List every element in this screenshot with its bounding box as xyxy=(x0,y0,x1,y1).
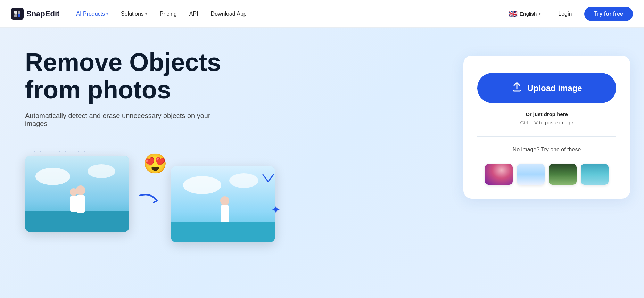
sample-thumbnails xyxy=(485,164,609,185)
logo-name: SnapEdit xyxy=(26,9,59,18)
svg-point-6 xyxy=(88,164,115,178)
svg-point-8 xyxy=(76,185,85,195)
svg-rect-10 xyxy=(76,195,85,213)
try-for-free-button[interactable]: Try for free xyxy=(584,7,633,21)
svg-line-18 xyxy=(263,175,268,182)
nav-item-download[interactable]: Download App xyxy=(205,8,252,20)
svg-rect-15 xyxy=(171,222,275,242)
sample-area: 😍 xyxy=(25,149,433,242)
nav-item-pricing[interactable]: Pricing xyxy=(154,8,182,20)
after-image xyxy=(171,166,275,242)
nav-item-ai-products[interactable]: AI Products ▾ xyxy=(71,8,114,20)
svg-point-14 xyxy=(229,173,258,188)
sample-thumb-4[interactable] xyxy=(581,164,609,185)
svg-rect-3 xyxy=(18,14,20,17)
nav-item-solutions[interactable]: Solutions ▾ xyxy=(115,8,153,20)
emoji-decoration: 😍 xyxy=(143,152,167,175)
divider xyxy=(477,136,616,137)
sample-thumb-3[interactable] xyxy=(549,164,577,185)
hero-title: Remove Objects from photos xyxy=(25,49,433,104)
svg-rect-17 xyxy=(221,205,229,222)
svg-rect-11 xyxy=(70,196,77,212)
sample-thumb-2[interactable] xyxy=(517,164,545,185)
language-label: English xyxy=(520,11,537,17)
chevron-down-icon: ▾ xyxy=(106,11,108,16)
logo-area[interactable]: SnapEdit xyxy=(11,8,59,20)
upload-label: Upload image xyxy=(527,83,582,93)
svg-rect-0 xyxy=(14,11,17,14)
upload-icon xyxy=(511,81,522,95)
drop-hint: Or just drop here Ctrl + V to paste imag… xyxy=(520,110,573,127)
svg-line-19 xyxy=(268,175,273,182)
nav-links: AI Products ▾ Solutions ▾ Pricing API Do… xyxy=(71,8,504,20)
nav-right: 🇬🇧 English ▾ Login Try for free xyxy=(504,7,633,21)
samples-label: No image? Try one of these xyxy=(513,147,581,153)
svg-point-9 xyxy=(70,188,77,196)
svg-point-16 xyxy=(220,196,229,205)
hero-title-underlined: from photos xyxy=(25,76,171,104)
hero-right: Upload image Or just drop here Ctrl + V … xyxy=(449,28,644,298)
hero-left: Remove Objects from photos Automatically… xyxy=(0,28,449,298)
language-selector[interactable]: 🇬🇧 English ▾ xyxy=(504,7,546,21)
sample-images: 😍 xyxy=(25,156,433,242)
arrow-decoration xyxy=(136,189,164,209)
upload-card: Upload image Or just drop here Ctrl + V … xyxy=(463,56,630,199)
svg-point-13 xyxy=(183,176,221,194)
sample-thumb-1[interactable] xyxy=(485,164,513,185)
sparkle-decoration-2: ✦ xyxy=(272,204,280,216)
svg-rect-7 xyxy=(25,211,129,232)
nav-item-api[interactable]: API xyxy=(184,8,204,20)
before-image xyxy=(25,156,129,232)
hero-subtitle: Automatically detect and erase unnecessa… xyxy=(25,112,220,128)
navbar: SnapEdit AI Products ▾ Solutions ▾ Prici… xyxy=(0,0,644,28)
chevron-down-icon: ▾ xyxy=(145,11,147,16)
login-button[interactable]: Login xyxy=(551,8,579,20)
sparkle-decoration-1 xyxy=(261,173,275,188)
svg-rect-2 xyxy=(14,14,17,17)
upload-button[interactable]: Upload image xyxy=(477,73,616,103)
svg-point-5 xyxy=(35,168,70,185)
flag-icon: 🇬🇧 xyxy=(509,10,518,18)
svg-rect-1 xyxy=(18,11,20,14)
hero-section: Remove Objects from photos Automatically… xyxy=(0,28,644,298)
chevron-down-icon: ▾ xyxy=(539,11,541,16)
logo-icon xyxy=(11,8,24,20)
